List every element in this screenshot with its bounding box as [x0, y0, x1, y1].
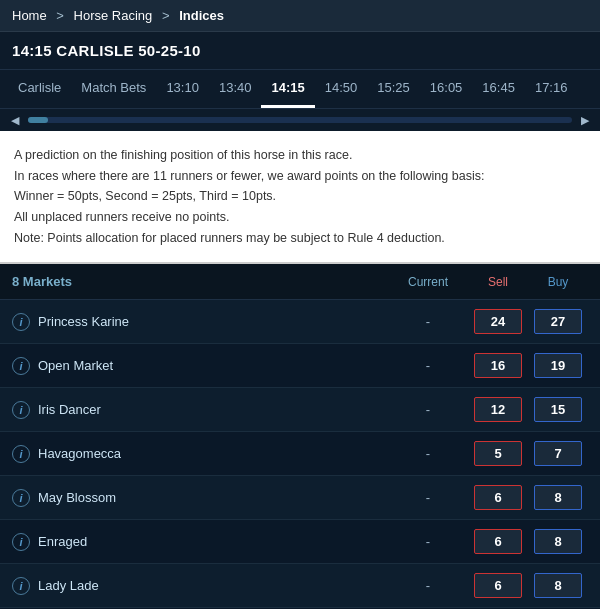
desc-line5: Note: Points allocation for placed runne…: [14, 228, 586, 249]
desc-line1: A prediction on the finishing position o…: [14, 145, 586, 166]
desc-line4: All unplaced runners receive no points.: [14, 207, 586, 228]
market-sell-cell: 24: [468, 309, 528, 334]
buy-button[interactable]: 15: [534, 397, 582, 422]
market-sell-cell: 16: [468, 353, 528, 378]
markets-buy-header: Buy: [528, 275, 588, 289]
scroll-indicator: ◀ ▶: [0, 108, 600, 131]
scroll-right-arrow[interactable]: ▶: [578, 113, 592, 127]
market-sell-cell: 6: [468, 529, 528, 554]
info-icon[interactable]: i: [12, 401, 30, 419]
info-icon[interactable]: i: [12, 313, 30, 331]
page-title: 14:15 CARLISLE 50-25-10: [0, 32, 600, 69]
info-icon[interactable]: i: [12, 445, 30, 463]
sell-button[interactable]: 12: [474, 397, 522, 422]
buy-button[interactable]: 8: [534, 529, 582, 554]
market-name: Open Market: [38, 358, 388, 373]
market-name: Enraged: [38, 534, 388, 549]
table-row: i Havagomecca - 5 7: [0, 432, 600, 476]
buy-button[interactable]: 27: [534, 309, 582, 334]
market-current: -: [388, 490, 468, 505]
info-icon[interactable]: i: [12, 489, 30, 507]
breadcrumb-indices: Indices: [179, 8, 224, 23]
tab-carlisle[interactable]: Carlisle: [8, 70, 71, 108]
sell-button[interactable]: 6: [474, 573, 522, 598]
sell-button[interactable]: 24: [474, 309, 522, 334]
breadcrumb: Home > Horse Racing > Indices: [0, 0, 600, 32]
markets-current-header: Current: [388, 275, 468, 289]
market-buy-cell: 15: [528, 397, 588, 422]
buy-button[interactable]: 19: [534, 353, 582, 378]
market-buy-cell: 19: [528, 353, 588, 378]
scroll-thumb: [28, 117, 48, 123]
table-row: i May Blossom - 6 8: [0, 476, 600, 520]
sell-button[interactable]: 16: [474, 353, 522, 378]
tab-17:16[interactable]: 17:16: [525, 70, 578, 108]
tab-14:50[interactable]: 14:50: [315, 70, 368, 108]
breadcrumb-sep2: >: [162, 8, 170, 23]
breadcrumb-horse-racing[interactable]: Horse Racing: [74, 8, 153, 23]
market-sell-cell: 5: [468, 441, 528, 466]
info-icon[interactable]: i: [12, 533, 30, 551]
market-name: Princess Karine: [38, 314, 388, 329]
sell-button[interactable]: 6: [474, 485, 522, 510]
market-name: Iris Dancer: [38, 402, 388, 417]
sell-button[interactable]: 5: [474, 441, 522, 466]
market-buy-cell: 8: [528, 485, 588, 510]
market-current: -: [388, 578, 468, 593]
markets-header: 8 Markets Current Sell Buy: [0, 264, 600, 300]
scroll-left-arrow[interactable]: ◀: [8, 113, 22, 127]
breadcrumb-sep1: >: [56, 8, 64, 23]
breadcrumb-home[interactable]: Home: [12, 8, 47, 23]
market-current: -: [388, 402, 468, 417]
buy-button[interactable]: 8: [534, 573, 582, 598]
market-current: -: [388, 358, 468, 373]
info-icon[interactable]: i: [12, 357, 30, 375]
market-current: -: [388, 446, 468, 461]
tab-15:25[interactable]: 15:25: [367, 70, 420, 108]
tab-bar: CarlisleMatch Bets13:1013:4014:1514:5015…: [0, 69, 600, 108]
table-row: i Princess Karine - 24 27: [0, 300, 600, 344]
tab-14:15[interactable]: 14:15: [261, 70, 314, 108]
tab-16:05[interactable]: 16:05: [420, 70, 473, 108]
table-row: i Open Market - 16 19: [0, 344, 600, 388]
sell-button[interactable]: 6: [474, 529, 522, 554]
description-box: A prediction on the finishing position o…: [0, 131, 600, 264]
markets-count-label: 8 Markets: [12, 274, 388, 289]
desc-line2: In races where there are 11 runners or f…: [14, 166, 586, 187]
tab-13:10[interactable]: 13:10: [156, 70, 209, 108]
table-row: i Iris Dancer - 12 15: [0, 388, 600, 432]
market-name: May Blossom: [38, 490, 388, 505]
market-sell-cell: 6: [468, 573, 528, 598]
market-sell-cell: 12: [468, 397, 528, 422]
markets-section: 8 Markets Current Sell Buy i Princess Ka…: [0, 264, 600, 609]
market-name: Lady Lade: [38, 578, 388, 593]
tab-match-bets[interactable]: Match Bets: [71, 70, 156, 108]
desc-line3: Winner = 50pts, Second = 25pts, Third = …: [14, 186, 586, 207]
table-row: i Lady Lade - 6 8: [0, 564, 600, 608]
tab-13:40[interactable]: 13:40: [209, 70, 262, 108]
market-rows: i Princess Karine - 24 27 i Open Market …: [0, 300, 600, 609]
scroll-track: [28, 117, 572, 123]
market-name: Havagomecca: [38, 446, 388, 461]
info-icon[interactable]: i: [12, 577, 30, 595]
buy-button[interactable]: 7: [534, 441, 582, 466]
tab-16:45[interactable]: 16:45: [472, 70, 525, 108]
markets-sell-header: Sell: [468, 275, 528, 289]
market-current: -: [388, 534, 468, 549]
market-buy-cell: 8: [528, 529, 588, 554]
buy-button[interactable]: 8: [534, 485, 582, 510]
market-sell-cell: 6: [468, 485, 528, 510]
market-current: -: [388, 314, 468, 329]
market-buy-cell: 7: [528, 441, 588, 466]
market-buy-cell: 27: [528, 309, 588, 334]
table-row: i Enraged - 6 8: [0, 520, 600, 564]
market-buy-cell: 8: [528, 573, 588, 598]
